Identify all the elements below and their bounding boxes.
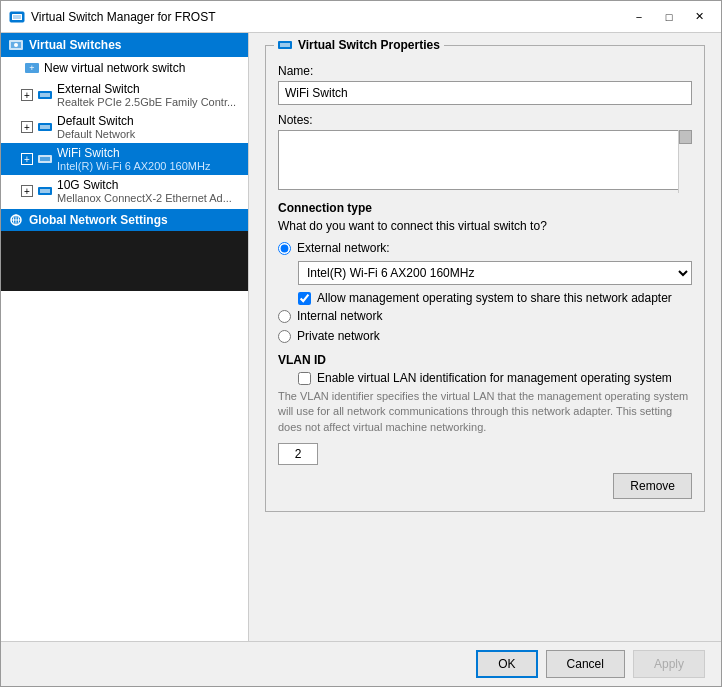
private-network-label[interactable]: Private network <box>297 329 380 343</box>
external-switch-sub: Realtek PCIe 2.5GbE Family Contr... <box>57 96 236 108</box>
connection-type-title: Connection type <box>278 201 692 215</box>
10g-switch-expand[interactable]: + <box>21 185 33 197</box>
external-switch-item[interactable]: + External Switch Realtek PCIe 2.5GbE Fa… <box>1 79 248 111</box>
notes-field-row: Notes: <box>278 113 692 193</box>
external-network-radio[interactable] <box>278 242 291 255</box>
svg-rect-9 <box>40 93 50 97</box>
vlan-id-input[interactable] <box>278 443 318 465</box>
external-switch-icon <box>38 88 52 102</box>
vlan-enable-checkbox-row: Enable virtual LAN identification for ma… <box>298 371 692 385</box>
allow-mgmt-checkbox-row: Allow management operating system to sha… <box>298 291 692 305</box>
internal-network-radio-row: Internal network <box>278 309 692 323</box>
window-icon <box>9 9 25 25</box>
notes-scrollbar[interactable] <box>678 130 692 193</box>
name-label: Name: <box>278 64 692 78</box>
network-adapter-dropdown[interactable]: Intel(R) Wi-Fi 6 AX200 160MHz <box>298 261 692 285</box>
vlan-enable-checkbox[interactable] <box>298 372 311 385</box>
virtual-switch-properties-group: Virtual Switch Properties Name: Notes: <box>265 45 705 512</box>
svg-rect-11 <box>40 125 50 129</box>
new-switch-icon: + <box>25 61 39 75</box>
main-window: Virtual Switch Manager for FROST − □ ✕ V… <box>0 0 722 687</box>
internal-network-radio[interactable] <box>278 310 291 323</box>
virtual-switches-icon <box>9 38 23 52</box>
remove-button-row: Remove <box>278 473 692 499</box>
10g-switch-sub: Mellanox ConnectX-2 Ethernet Ad... <box>57 192 232 204</box>
default-switch-icon <box>38 120 52 134</box>
default-switch-sub: Default Network <box>57 128 135 140</box>
title-bar: Virtual Switch Manager for FROST − □ ✕ <box>1 1 721 33</box>
cancel-button[interactable]: Cancel <box>546 650 625 678</box>
group-box-title: Virtual Switch Properties <box>274 38 444 52</box>
connection-type-section: Connection type What do you want to conn… <box>278 201 692 343</box>
ok-button[interactable]: OK <box>476 650 537 678</box>
apply-button[interactable]: Apply <box>633 650 705 678</box>
window-title: Virtual Switch Manager for FROST <box>31 10 625 24</box>
network-adapter-dropdown-row: Intel(R) Wi-Fi 6 AX200 160MHz <box>298 261 692 285</box>
svg-rect-15 <box>40 189 50 193</box>
vlan-enable-label[interactable]: Enable virtual LAN identification for ma… <box>317 371 672 385</box>
name-field-row: Name: <box>278 64 692 105</box>
notes-textarea[interactable] <box>278 130 692 190</box>
remove-button[interactable]: Remove <box>613 473 692 499</box>
new-virtual-switch-item[interactable]: + New virtual network switch <box>1 57 248 79</box>
10g-switch-name: 10G Switch <box>57 178 232 192</box>
restore-button[interactable]: □ <box>655 7 683 27</box>
vlan-section: VLAN ID Enable virtual LAN identificatio… <box>278 353 692 465</box>
global-settings-content <box>1 231 248 291</box>
connection-type-desc: What do you want to connect this virtual… <box>278 219 692 233</box>
global-network-settings-header[interactable]: Global Network Settings <box>1 209 248 231</box>
10g-switch-item[interactable]: + 10G Switch Mellanox ConnectX-2 Etherne… <box>1 175 248 207</box>
10g-switch-icon <box>38 184 52 198</box>
svg-rect-21 <box>280 43 290 47</box>
svg-rect-13 <box>40 157 50 161</box>
wifi-switch-item[interactable]: + WiFi Switch Intel(R) Wi-Fi 6 AX200 160… <box>1 143 248 175</box>
notes-label: Notes: <box>278 113 692 127</box>
window-controls: − □ ✕ <box>625 7 713 27</box>
allow-mgmt-checkbox[interactable] <box>298 292 311 305</box>
right-panel: Virtual Switch Properties Name: Notes: <box>249 33 721 641</box>
svg-rect-2 <box>13 15 21 19</box>
svg-point-5 <box>14 43 18 47</box>
minimize-button[interactable]: − <box>625 7 653 27</box>
allow-mgmt-label[interactable]: Allow management operating system to sha… <box>317 291 672 305</box>
virtual-switches-header: Virtual Switches <box>1 33 248 57</box>
bottom-bar: OK Cancel Apply <box>1 641 721 686</box>
external-network-radio-row: External network: <box>278 241 692 255</box>
external-switch-name: External Switch <box>57 82 236 96</box>
name-input[interactable] <box>278 81 692 105</box>
vlan-title: VLAN ID <box>278 353 692 367</box>
left-panel: Virtual Switches + New virtual network s… <box>1 33 249 641</box>
default-switch-item[interactable]: + Default Switch Default Network <box>1 111 248 143</box>
main-content: Virtual Switches + New virtual network s… <box>1 33 721 641</box>
vlan-description: The VLAN identifier specifies the virtua… <box>278 389 692 435</box>
wifi-switch-expand[interactable]: + <box>21 153 33 165</box>
svg-text:+: + <box>29 63 34 73</box>
global-settings-icon <box>9 213 23 227</box>
wifi-switch-name: WiFi Switch <box>57 146 210 160</box>
default-switch-name: Default Switch <box>57 114 135 128</box>
private-network-radio[interactable] <box>278 330 291 343</box>
properties-icon <box>278 38 292 52</box>
wifi-switch-sub: Intel(R) Wi-Fi 6 AX200 160MHz <box>57 160 210 172</box>
default-switch-expand[interactable]: + <box>21 121 33 133</box>
close-button[interactable]: ✕ <box>685 7 713 27</box>
internal-network-label[interactable]: Internal network <box>297 309 382 323</box>
wifi-switch-icon <box>38 152 52 166</box>
external-network-label[interactable]: External network: <box>297 241 390 255</box>
private-network-radio-row: Private network <box>278 329 692 343</box>
external-switch-expand[interactable]: + <box>21 89 33 101</box>
